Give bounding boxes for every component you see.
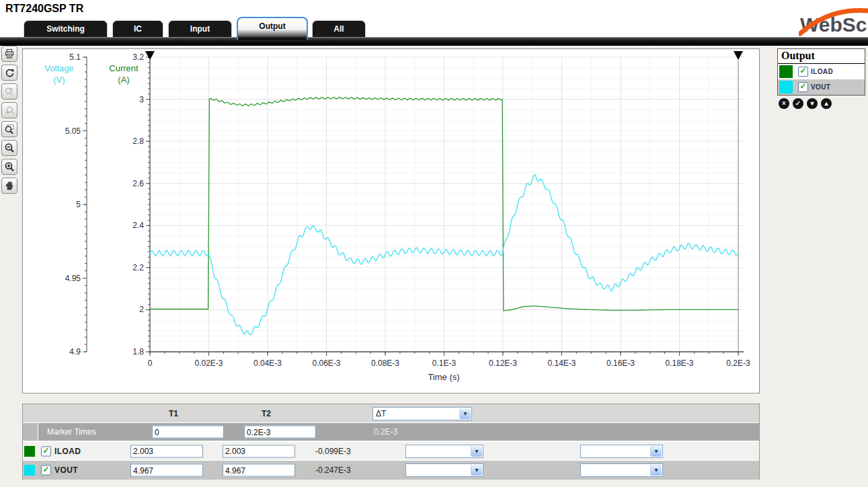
close-trace-button[interactable]: × (779, 98, 789, 109)
svg-text:0.02E-3: 0.02E-3 (194, 359, 223, 368)
zoom-window-button[interactable] (1, 121, 17, 137)
brand-logo: WebSc (799, 3, 868, 36)
chevron-down-icon[interactable]: ▾ (471, 465, 482, 476)
pan-button[interactable] (1, 178, 17, 194)
vout-row-label: VOUT (54, 465, 78, 475)
svg-text:3: 3 (139, 95, 144, 104)
svg-text:0.08E-3: 0.08E-3 (371, 359, 399, 368)
vout-row-checkbox[interactable]: ✓ (41, 465, 51, 476)
zoom-in-button[interactable] (1, 159, 17, 175)
svg-text:5.1: 5.1 (69, 52, 81, 62)
zoom-back-icon (4, 105, 15, 116)
svg-text:5: 5 (76, 200, 81, 209)
zoom-forward-button[interactable] (1, 83, 17, 100)
apply-trace-button[interactable]: ✓ (793, 98, 803, 109)
vout-color-swatch (779, 81, 793, 93)
vout-row-swatch (24, 465, 35, 476)
delta-t-select[interactable]: ΔT ▾ (372, 407, 472, 420)
refresh-icon (4, 67, 15, 78)
iload-row: ✓ ILOAD -0.099E-3 ▾ ▾ (23, 441, 759, 460)
svg-text:0.14E-3: 0.14E-3 (547, 359, 576, 368)
svg-text:Time (s): Time (s) (428, 372, 459, 382)
vout-checkbox[interactable]: ✓ (798, 82, 808, 92)
vout-t2-input[interactable] (223, 464, 295, 477)
svg-text:2.8: 2.8 (132, 137, 144, 146)
svg-text:4.95: 4.95 (65, 274, 81, 283)
iload-t2-input[interactable] (223, 445, 295, 457)
iload-t1-input[interactable] (130, 445, 203, 457)
iload-row-swatch (24, 446, 35, 457)
legend-item-label: VOUT (811, 83, 830, 91)
reset-zoom-button[interactable] (1, 65, 17, 81)
header: RT7240GSP TR Switching IC Input Output A… (0, 0, 868, 45)
move-down-button[interactable]: ▾ (807, 98, 818, 109)
page-title: RT7240GSP TR (5, 3, 83, 15)
svg-text:0.18E-3: 0.18E-3 (665, 359, 693, 368)
zoom-window-icon (4, 124, 15, 135)
t2-column-header: T2 (262, 409, 271, 418)
tabbar-strip (0, 37, 868, 46)
logo-swoosh-icon (799, 3, 868, 36)
print-button[interactable] (1, 46, 17, 62)
t1-time-input[interactable] (152, 426, 224, 439)
hand-icon (4, 180, 15, 191)
svg-text:0: 0 (148, 359, 153, 368)
chart-toolbar (1, 46, 19, 196)
svg-text:2: 2 (139, 305, 144, 314)
iload-row-label: ILOAD (54, 447, 81, 456)
vout-function-select-1[interactable]: ▾ (405, 463, 483, 477)
legend-title: Output (778, 49, 865, 64)
iload-dt-value: -0.099E-3 (315, 447, 351, 456)
legend-item-vout[interactable]: ✓ VOUT (778, 79, 865, 95)
iload-color-swatch (779, 65, 793, 78)
tab-switching[interactable]: Switching (24, 20, 108, 37)
chart-panel: 4.94.9555.055.1Voltage(V)1.822.22.42.62.… (22, 48, 760, 394)
tab-all[interactable]: All (312, 20, 366, 37)
move-up-button[interactable]: ▴ (821, 98, 832, 109)
svg-text:2.4: 2.4 (132, 221, 144, 230)
zoom-forward-icon (4, 86, 15, 97)
svg-text:0.16E-3: 0.16E-3 (606, 359, 635, 368)
tab-output[interactable]: Output (237, 17, 308, 40)
zoom-back-button[interactable] (1, 102, 17, 118)
iload-checkbox[interactable]: ✓ (798, 67, 808, 77)
iload-row-checkbox[interactable]: ✓ (41, 446, 51, 456)
delta-t-value: 0.2E-3 (374, 427, 397, 437)
svg-text:4.9: 4.9 (69, 347, 81, 357)
t1-column-header: T1 (169, 409, 178, 418)
tab-ic[interactable]: IC (112, 20, 163, 37)
delta-t-select-value: ΔT (376, 409, 386, 418)
zoom-out-icon (4, 143, 15, 153)
vout-dt-value: -0.247E-3 (315, 465, 351, 475)
vout-row: ✓ VOUT -0.247E-3 ▾ ▾ (23, 460, 759, 480)
svg-text:0.04E-3: 0.04E-3 (253, 359, 282, 368)
svg-text:Current: Current (109, 63, 139, 73)
svg-text:5.05: 5.05 (65, 126, 81, 136)
svg-text:(V): (V) (53, 75, 65, 85)
row-spacer (23, 423, 38, 441)
app-window: RT7240GSP TR Switching IC Input Output A… (0, 0, 868, 487)
svg-text:0.06E-3: 0.06E-3 (312, 359, 340, 368)
marker-times-row: Marker Times 0.2E-3 (23, 422, 759, 441)
zoom-out-button[interactable] (1, 140, 17, 156)
iload-function-select-2[interactable]: ▾ (580, 445, 663, 458)
chevron-down-icon[interactable]: ▾ (650, 465, 662, 476)
chevron-down-icon[interactable]: ▾ (459, 408, 471, 419)
chart-canvas[interactable]: 4.94.9555.055.1Voltage(V)1.822.22.42.62.… (23, 49, 759, 393)
svg-text:2.6: 2.6 (132, 179, 144, 188)
marker-table-header-row: T1 T2 ΔT ▾ (23, 404, 759, 422)
tab-input[interactable]: Input (168, 20, 232, 37)
legend-item-iload[interactable]: ✓ ILOAD (778, 64, 865, 79)
zoom-in-icon (4, 161, 15, 172)
t2-time-input[interactable] (244, 426, 316, 439)
chevron-down-icon[interactable]: ▾ (471, 446, 482, 457)
legend-controls: × ✓ ▾ ▴ (779, 98, 832, 109)
iload-function-select-1[interactable]: ▾ (405, 445, 483, 458)
legend-panel: Output ✓ ILOAD ✓ VOUT (777, 48, 865, 96)
svg-text:2.2: 2.2 (132, 263, 144, 272)
legend-item-label: ILOAD (811, 68, 833, 75)
chevron-down-icon[interactable]: ▾ (650, 446, 662, 457)
vout-function-select-2[interactable]: ▾ (580, 463, 663, 477)
svg-text:(A): (A) (118, 75, 129, 85)
vout-t1-input[interactable] (130, 464, 203, 477)
